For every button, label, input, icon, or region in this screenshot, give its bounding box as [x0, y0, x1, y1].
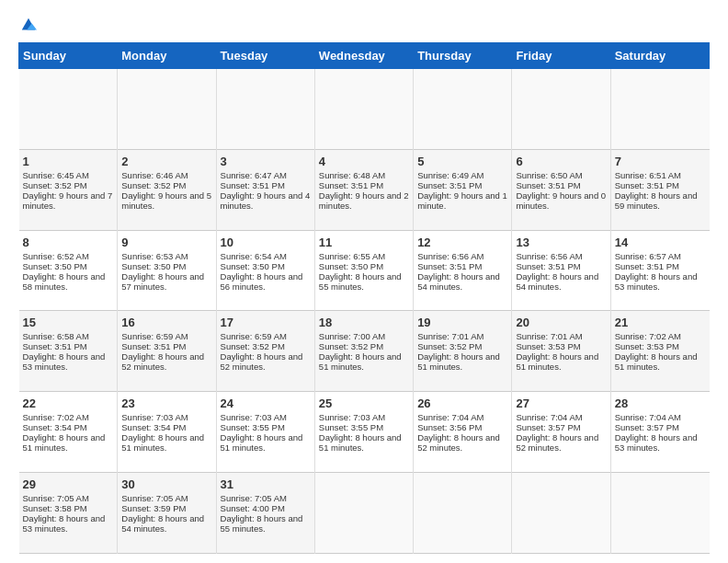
sunset-text: Sunset: 3:52 PM [221, 341, 311, 351]
sunset-text: Sunset: 3:50 PM [221, 261, 311, 271]
day-header-monday: Monday [118, 43, 216, 69]
calendar-cell: 7Sunrise: 6:51 AMSunset: 3:51 PMDaylight… [610, 149, 709, 230]
sunset-text: Sunset: 3:51 PM [417, 261, 507, 271]
header [18, 17, 710, 33]
sunset-text: Sunset: 3:53 PM [615, 341, 706, 351]
sunset-text: Sunset: 4:00 PM [221, 503, 311, 513]
sunrise-text: Sunrise: 7:02 AM [615, 331, 706, 341]
daylight-text: Daylight: 8 hours and 53 minutes. [615, 271, 706, 292]
calendar-cell [414, 473, 512, 554]
sunrise-text: Sunrise: 6:56 AM [516, 251, 606, 261]
sunrise-text: Sunrise: 6:59 AM [221, 331, 311, 341]
calendar-table: SundayMondayTuesdayWednesdayThursdayFrid… [18, 42, 710, 554]
calendar-cell: 27Sunrise: 7:04 AMSunset: 3:57 PMDayligh… [512, 392, 610, 473]
sunset-text: Sunset: 3:57 PM [516, 422, 606, 432]
calendar-cell [314, 473, 413, 554]
calendar-cell [19, 69, 118, 150]
day-number: 20 [516, 316, 606, 329]
sunrise-text: Sunrise: 7:05 AM [221, 493, 311, 503]
daylight-text: Daylight: 8 hours and 53 minutes. [23, 351, 114, 372]
sunrise-text: Sunrise: 7:01 AM [516, 331, 606, 341]
daylight-text: Daylight: 9 hours and 0 minutes. [516, 190, 606, 211]
calendar-cell: 15Sunrise: 6:58 AMSunset: 3:51 PMDayligh… [19, 311, 118, 392]
calendar-cell: 26Sunrise: 7:04 AMSunset: 3:56 PMDayligh… [414, 392, 512, 473]
sunrise-text: Sunrise: 6:50 AM [516, 170, 606, 180]
day-number: 27 [516, 396, 606, 410]
day-number: 31 [221, 477, 311, 491]
daylight-text: Daylight: 8 hours and 51 minutes. [319, 351, 409, 372]
calendar-cell: 6Sunrise: 6:50 AMSunset: 3:51 PMDaylight… [512, 149, 610, 230]
sunrise-text: Sunrise: 6:49 AM [417, 170, 507, 180]
calendar-cell: 20Sunrise: 7:01 AMSunset: 3:53 PMDayligh… [512, 311, 610, 392]
sunrise-text: Sunrise: 6:51 AM [615, 170, 706, 180]
sunrise-text: Sunrise: 6:48 AM [319, 170, 409, 180]
calendar-cell: 21Sunrise: 7:02 AMSunset: 3:53 PMDayligh… [610, 311, 709, 392]
calendar-cell [512, 473, 610, 554]
day-number: 14 [615, 236, 706, 249]
logo-text [18, 17, 37, 33]
sunrise-text: Sunrise: 6:52 AM [23, 251, 114, 261]
week-row-0 [19, 69, 710, 150]
calendar-cell: 5Sunrise: 6:49 AMSunset: 3:51 PMDaylight… [414, 149, 512, 230]
day-number: 7 [615, 155, 706, 168]
calendar-cell: 11Sunrise: 6:55 AMSunset: 3:50 PMDayligh… [314, 230, 413, 311]
sunrise-text: Sunrise: 7:00 AM [319, 331, 409, 341]
daylight-text: Daylight: 8 hours and 52 minutes. [417, 432, 507, 453]
sunrise-text: Sunrise: 6:46 AM [121, 170, 211, 180]
sunset-text: Sunset: 3:59 PM [121, 503, 211, 513]
daylight-text: Daylight: 8 hours and 53 minutes. [23, 513, 114, 534]
calendar-cell: 9Sunrise: 6:53 AMSunset: 3:50 PMDaylight… [118, 230, 216, 311]
day-number: 11 [319, 236, 409, 249]
logo-icon [20, 17, 37, 33]
sunset-text: Sunset: 3:58 PM [23, 503, 114, 513]
sunset-text: Sunset: 3:51 PM [121, 341, 211, 351]
header-row: SundayMondayTuesdayWednesdayThursdayFrid… [19, 43, 710, 69]
calendar-cell: 12Sunrise: 6:56 AMSunset: 3:51 PMDayligh… [414, 230, 512, 311]
sunset-text: Sunset: 3:52 PM [417, 341, 507, 351]
day-number: 18 [319, 316, 409, 329]
sunrise-text: Sunrise: 6:47 AM [221, 170, 311, 180]
day-number: 3 [221, 155, 311, 168]
sunset-text: Sunset: 3:51 PM [23, 341, 114, 351]
daylight-text: Daylight: 8 hours and 54 minutes. [121, 513, 211, 534]
sunrise-text: Sunrise: 7:03 AM [121, 412, 211, 422]
sunset-text: Sunset: 3:51 PM [221, 180, 311, 190]
day-header-saturday: Saturday [610, 43, 709, 69]
daylight-text: Daylight: 8 hours and 52 minutes. [121, 351, 211, 372]
calendar-cell: 28Sunrise: 7:04 AMSunset: 3:57 PMDayligh… [610, 392, 709, 473]
day-number: 2 [121, 155, 211, 168]
sunrise-text: Sunrise: 6:57 AM [615, 251, 706, 261]
sunrise-text: Sunrise: 7:05 AM [121, 493, 211, 503]
sunrise-text: Sunrise: 7:03 AM [319, 412, 409, 422]
sunset-text: Sunset: 3:56 PM [417, 422, 507, 432]
day-number: 10 [221, 236, 311, 249]
daylight-text: Daylight: 9 hours and 4 minutes. [221, 190, 311, 211]
sunset-text: Sunset: 3:52 PM [121, 180, 211, 190]
day-number: 26 [417, 396, 507, 410]
calendar-cell: 17Sunrise: 6:59 AMSunset: 3:52 PMDayligh… [216, 311, 314, 392]
calendar-cell: 2Sunrise: 6:46 AMSunset: 3:52 PMDaylight… [118, 149, 216, 230]
sunset-text: Sunset: 3:55 PM [221, 422, 311, 432]
sunset-text: Sunset: 3:54 PM [121, 422, 211, 432]
daylight-text: Daylight: 8 hours and 51 minutes. [221, 432, 311, 453]
day-number: 6 [516, 155, 606, 168]
sunset-text: Sunset: 3:55 PM [319, 422, 409, 432]
sunset-text: Sunset: 3:52 PM [23, 180, 114, 190]
sunset-text: Sunset: 3:53 PM [516, 341, 606, 351]
day-number: 19 [417, 316, 507, 329]
calendar-cell [216, 69, 314, 150]
calendar-cell: 8Sunrise: 6:52 AMSunset: 3:50 PMDaylight… [19, 230, 118, 311]
sunrise-text: Sunrise: 7:03 AM [221, 412, 311, 422]
sunrise-text: Sunrise: 7:02 AM [23, 412, 114, 422]
calendar-cell: 4Sunrise: 6:48 AMSunset: 3:51 PMDaylight… [314, 149, 413, 230]
day-number: 30 [121, 477, 211, 491]
sunrise-text: Sunrise: 6:58 AM [23, 331, 114, 341]
daylight-text: Daylight: 8 hours and 55 minutes. [319, 271, 409, 292]
day-number: 13 [516, 236, 606, 249]
day-number: 25 [319, 396, 409, 410]
calendar-cell [610, 69, 709, 150]
daylight-text: Daylight: 8 hours and 59 minutes. [615, 190, 706, 211]
day-number: 28 [615, 396, 706, 410]
day-number: 8 [23, 236, 114, 249]
daylight-text: Daylight: 9 hours and 7 minutes. [23, 190, 114, 211]
